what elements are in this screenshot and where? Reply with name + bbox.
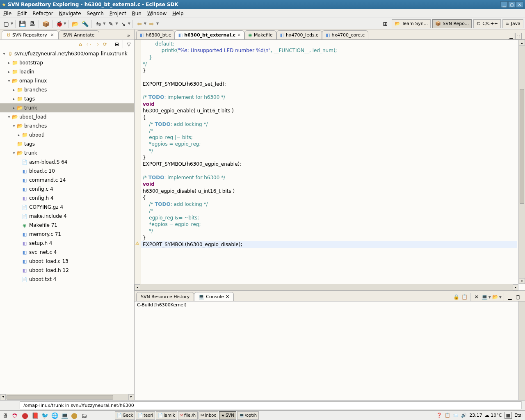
open-perspective-button[interactable]: ⊞ xyxy=(381,19,390,28)
tree-item[interactable]: make.include 4 xyxy=(0,212,134,221)
tab-console[interactable]: 💻 Console ✕ xyxy=(194,292,234,301)
menu-navigate[interactable]: Navigate xyxy=(59,11,81,16)
editor-tab-hx4700-core[interactable]: ◧hx4700_core.c xyxy=(322,30,368,39)
terminal-icon[interactable]: 💻 xyxy=(60,411,69,420)
perspective-svn-repo[interactable]: 📦 SVN Repo... xyxy=(432,19,472,28)
tray-icon-1[interactable]: 📋 xyxy=(445,413,450,418)
tree-item[interactable]: ▸tags xyxy=(0,94,134,103)
tab-svn-annotate[interactable]: SVN Annotate xyxy=(59,30,99,39)
firefox-icon[interactable]: 🌐 xyxy=(50,411,59,420)
tree-item[interactable]: asm-bload.S 64 xyxy=(0,158,134,167)
tree-item[interactable]: config.c 4 xyxy=(0,185,134,194)
menu-run[interactable]: Run xyxy=(132,11,142,16)
task-lamik[interactable]: 📄lamik xyxy=(156,411,177,420)
weather[interactable]: ☁ 10°C xyxy=(485,413,502,418)
tree-item[interactable]: svc_net.c 4 xyxy=(0,248,134,257)
code-content[interactable]: default: printk("%s: Unsupported LED num… xyxy=(141,40,518,284)
toggle-button[interactable]: ⇆ xyxy=(94,19,103,28)
task-gecko[interactable]: 📄Geck xyxy=(115,411,135,420)
refresh-icon[interactable]: ⟳ xyxy=(101,41,109,48)
pin-console-icon[interactable]: 🔒 xyxy=(453,293,460,301)
build-button[interactable]: 📦 xyxy=(41,19,50,28)
close-window-button[interactable]: ✕ xyxy=(516,1,523,8)
scroll-lock-icon[interactable]: 📋 xyxy=(461,293,468,301)
clock[interactable]: 23:17 xyxy=(469,413,482,418)
editor-tab-hx4700-leds[interactable]: ◧hx4700_leds.c xyxy=(276,30,322,39)
display-console-icon[interactable]: 💻 xyxy=(481,293,488,301)
maximize-button[interactable]: ▢ xyxy=(508,1,516,8)
open-console-icon[interactable]: 📂 xyxy=(492,293,499,301)
close-icon[interactable]: ✕ xyxy=(50,32,54,38)
back-nav-icon[interactable]: ⇦ xyxy=(85,41,92,48)
editor-horizontal-scrollbar[interactable]: ◂ ▸ xyxy=(135,284,518,290)
tree-item[interactable]: ▸bootstrap xyxy=(0,58,134,67)
app-icon-3[interactable]: ⬤ xyxy=(70,411,79,420)
tree-item[interactable]: uboot_load.c 13 xyxy=(0,257,134,266)
minimize-editor-icon[interactable]: ▁ xyxy=(508,33,514,39)
collapse-all-icon[interactable]: ⊟ xyxy=(113,41,121,48)
app-icon-1[interactable]: ⬤ xyxy=(21,411,30,420)
forward-button[interactable]: ⇨ xyxy=(147,19,156,28)
save-button[interactable]: 💾 xyxy=(18,19,27,28)
thunderbird-icon[interactable]: 🐦 xyxy=(40,411,49,420)
editor-tab-makefile[interactable]: ◉Makefile xyxy=(244,30,276,39)
app-icon-4[interactable]: 🗂 xyxy=(80,411,89,420)
next-annotation-button[interactable]: ↘ xyxy=(119,19,128,28)
tree-item[interactable]: COPYING.gz 4 xyxy=(0,203,134,212)
tree-item[interactable]: ▾omap-linux xyxy=(0,76,134,85)
maximize-editor-icon[interactable]: ▢ xyxy=(515,33,522,39)
tab-svn-repository[interactable]: 🛢 SVN Repository ✕ xyxy=(2,30,59,39)
tree-item[interactable]: uboot_load.h 12 xyxy=(0,266,134,275)
repository-tree[interactable]: ▾svn://fuzzyneural.net/h6300/omap-linux/… xyxy=(0,48,134,394)
back-button[interactable]: ⇦ xyxy=(135,19,144,28)
new-button[interactable]: ▢ xyxy=(2,19,11,28)
tree-item[interactable]: bload.c 10 xyxy=(0,167,134,176)
menu-window[interactable]: Window xyxy=(147,11,167,16)
tree-root[interactable]: ▾svn://fuzzyneural.net/h6300/omap-linux/… xyxy=(0,49,134,58)
workspace-switcher[interactable]: ▦ xyxy=(504,412,512,419)
horizontal-scrollbar[interactable]: ◂ ▸ xyxy=(0,394,134,400)
maximize-view-icon[interactable]: ▢ xyxy=(514,293,522,301)
forward-nav-icon[interactable]: ⇨ xyxy=(93,41,100,48)
debug-button[interactable]: 🐞 xyxy=(55,19,64,28)
tree-item[interactable]: ▸branches xyxy=(0,85,134,94)
app-icon-2[interactable]: 📕 xyxy=(30,411,39,420)
editor-vertical-scrollbar[interactable]: ▴ ▾ xyxy=(518,40,525,284)
close-icon[interactable]: ✕ xyxy=(226,294,229,299)
tree-item[interactable]: Makefile 71 xyxy=(0,221,134,230)
task-teori[interactable]: 📄teori xyxy=(136,411,155,420)
menu-project[interactable]: Project xyxy=(110,11,126,16)
editor-tab-h6300-bt-external[interactable]: ◧h6300_bt_external.c✕ xyxy=(175,30,245,39)
print-button[interactable]: 🖶 xyxy=(27,19,37,28)
tab-svn-resource-history[interactable]: SVN Resource History xyxy=(136,292,194,301)
show-desktop-icon[interactable]: 🖥 xyxy=(1,411,10,420)
perspective-java[interactable]: ☕ Java xyxy=(502,19,523,28)
tree-item[interactable]: setup.h 4 xyxy=(0,239,134,248)
menu-search[interactable]: Search xyxy=(87,11,104,16)
tree-item[interactable]: memory.c 71 xyxy=(0,230,134,239)
view-menu-icon[interactable]: ▽ xyxy=(125,41,132,48)
update-icon[interactable]: ❓ xyxy=(436,413,442,418)
annotation-button[interactable]: ✎ xyxy=(106,19,115,28)
console-scrollbar[interactable] xyxy=(518,301,525,400)
close-icon[interactable]: ✕ xyxy=(237,32,241,38)
task-svn[interactable]: ★SVN xyxy=(219,411,236,420)
search-button[interactable]: 🔦 xyxy=(80,19,89,28)
volume-icon[interactable]: 🔊 xyxy=(461,413,467,418)
tree-item[interactable]: tags xyxy=(0,139,134,148)
perspective-c-cpp[interactable]: © C/C++ xyxy=(473,19,501,28)
menu-help[interactable]: Help xyxy=(172,11,183,16)
clear-console-icon[interactable]: ✕ xyxy=(473,293,480,301)
editor-tab-h6300-bt[interactable]: ◧h6300_bt.c xyxy=(136,30,175,39)
task-opt[interactable]: 💻/opt/h xyxy=(237,411,259,420)
perspective-team-sync[interactable]: 📂 Team Syn... xyxy=(392,19,431,28)
tree-item[interactable]: ▾uboot_load xyxy=(0,112,134,121)
task-inbox[interactable]: ✉Inbox xyxy=(199,411,218,420)
open-type-button[interactable]: 📂 xyxy=(71,19,80,28)
tree-item[interactable]: ▾trunk xyxy=(0,148,134,158)
tab-overflow-icon[interactable]: » xyxy=(125,32,132,39)
code-editor[interactable]: ⚠ default: printk("%s: Unsupported LED n… xyxy=(135,39,525,290)
tree-item[interactable]: ▸trunk xyxy=(0,103,134,112)
console-output[interactable]: C-Build [h6300Kernel] xyxy=(135,301,525,400)
search-label[interactable]: Etsi xyxy=(514,413,523,418)
